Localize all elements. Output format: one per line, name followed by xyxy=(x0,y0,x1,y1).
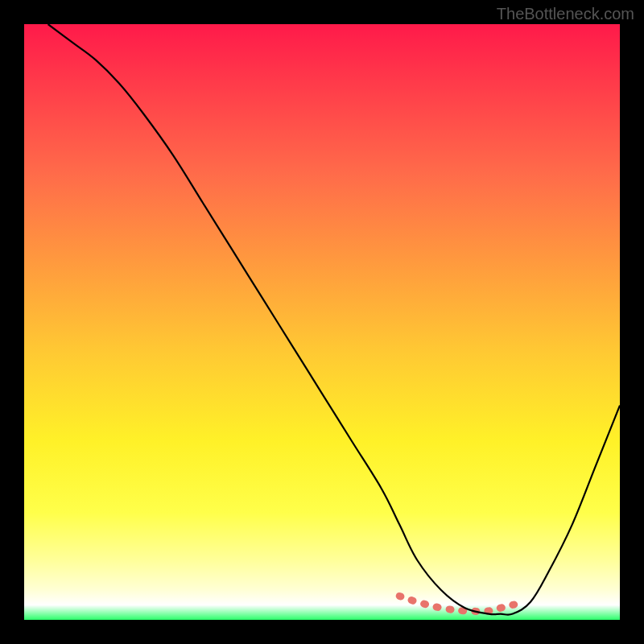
main-curve xyxy=(48,24,620,615)
watermark-text: TheBottleneck.com xyxy=(497,5,634,23)
chart-plot-area xyxy=(24,24,620,620)
chart-curve-layer xyxy=(24,24,620,620)
highlight-band xyxy=(399,596,524,611)
